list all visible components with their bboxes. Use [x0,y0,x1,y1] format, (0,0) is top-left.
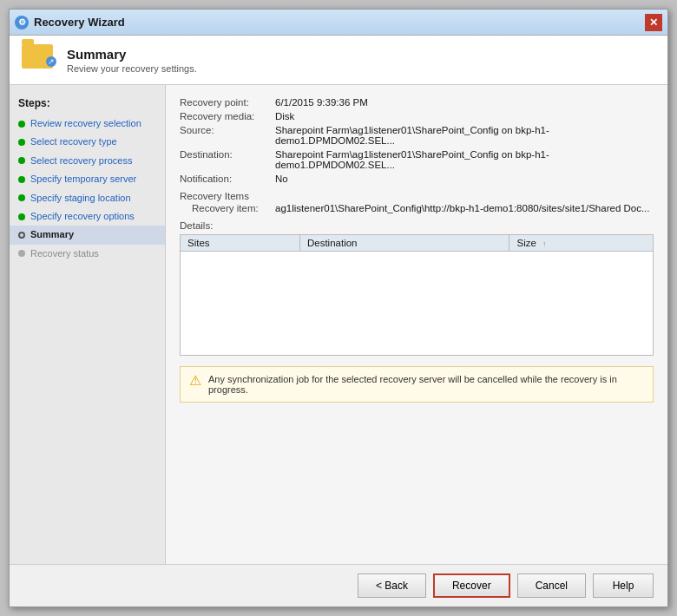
source-label: Source: [180,125,275,146]
sidebar-item-summary[interactable]: Summary [10,226,165,244]
back-button[interactable]: < Back [358,573,426,598]
sidebar-item-recovery-status[interactable]: Recovery status [10,245,165,263]
warning-box: ⚠ Any synchronization job for the select… [180,366,654,403]
main-panel: Recovery point: 6/1/2015 9:39:36 PM Reco… [166,85,667,564]
dot-completed [18,213,25,220]
recovery-items-header: Recovery Items [180,191,654,201]
header-icon: ↗ [22,44,56,75]
empty-row [181,252,654,356]
recovery-point-label: Recovery point: [180,97,275,108]
dot-completed [18,194,25,201]
sidebar-item-label: Select recovery type [30,135,117,148]
recovery-item-row: Recovery item: ag1listener01\SharePoint_… [180,203,654,213]
sidebar-item-label: Summary [30,228,74,241]
dot-completed [18,139,25,146]
sidebar-item-label: Select recovery process [30,154,132,167]
details-label: Details: [180,220,654,231]
warning-text: Any synchronization job for the selected… [208,374,644,395]
sidebar-item-select-recovery-type[interactable]: Select recovery type [10,133,165,151]
dot-completed [18,121,25,128]
recovery-item-value: ag1listener01\SharePoint_Config\http://b… [275,203,654,213]
sidebar-item-label: Recovery status [30,247,99,260]
folder-arrow-icon: ↗ [46,56,56,67]
sidebar-item-review-recovery-selection[interactable]: Review recovery selection [10,115,165,133]
recovery-media-value: Disk [275,111,654,121]
destination-row: Destination: Sharepoint Farm\ag1listener… [180,149,654,170]
sidebar-item-label: Specify temporary server [30,173,136,186]
header-section: ↗ Summary Review your recovery settings. [10,36,667,85]
sidebar-item-label: Specify recovery options [30,210,135,223]
col-destination: Destination [299,235,509,252]
col-size: Size ↑ [509,235,654,252]
help-button[interactable]: Help [593,573,654,598]
recovery-point-row: Recovery point: 6/1/2015 9:39:36 PM [180,97,654,108]
app-icon: ⚙ [15,16,29,29]
destination-value: Sharepoint Farm\ag1listener01\SharePoint… [275,149,654,170]
content-area: Steps: Review recovery selection Select … [10,85,667,564]
recovery-media-row: Recovery media: Disk [180,111,654,121]
source-value: Sharepoint Farm\ag1listener01\SharePoint… [275,125,654,146]
page-title: Summary [67,47,197,62]
recovery-item-label: Recovery item: [180,203,275,213]
sidebar-item-select-recovery-process[interactable]: Select recovery process [10,152,165,170]
notification-value: No [275,174,654,184]
dot-current [18,232,25,239]
sidebar: Steps: Review recovery selection Select … [10,85,166,564]
details-table: Sites Destination Size ↑ [180,234,654,356]
sidebar-item-specify-staging-location[interactable]: Specify staging location [10,189,165,207]
dot-completed [18,176,25,183]
footer: < Back Recover Cancel Help [10,564,667,606]
main-window: ⚙ Recovery Wizard ✕ ↗ Summary Review you… [9,9,668,607]
recover-button[interactable]: Recover [433,573,510,598]
page-subtitle: Review your recovery settings. [67,63,197,74]
title-bar-left: ⚙ Recovery Wizard [15,16,125,29]
cancel-button[interactable]: Cancel [517,573,586,598]
sidebar-item-label: Review recovery selection [30,117,141,130]
recovery-point-value: 6/1/2015 9:39:36 PM [275,97,654,108]
sidebar-item-specify-temporary-server[interactable]: Specify temporary server [10,170,165,188]
sidebar-item-label: Specify staging location [30,192,131,205]
source-row: Source: Sharepoint Farm\ag1listener01\Sh… [180,125,654,146]
window-title: Recovery Wizard [34,16,125,29]
destination-label: Destination: [180,149,275,170]
dot-completed [18,157,25,164]
warning-icon: ⚠ [189,374,201,388]
details-section: Details: Sites Destination Size [180,220,654,356]
notification-row: Notification: No [180,174,654,184]
dot-inactive [18,250,25,257]
notification-label: Notification: [180,174,275,184]
table-body [181,252,654,356]
recovery-media-label: Recovery media: [180,111,275,121]
header-text: Summary Review your recovery settings. [67,47,197,74]
close-button[interactable]: ✕ [645,14,662,31]
sidebar-item-specify-recovery-options[interactable]: Specify recovery options [10,207,165,226]
folder-icon: ↗ [22,44,53,69]
steps-label: Steps: [10,94,165,115]
title-bar: ⚙ Recovery Wizard ✕ [10,10,667,36]
sort-icon: ↑ [542,239,547,248]
col-sites: Sites [181,235,300,252]
